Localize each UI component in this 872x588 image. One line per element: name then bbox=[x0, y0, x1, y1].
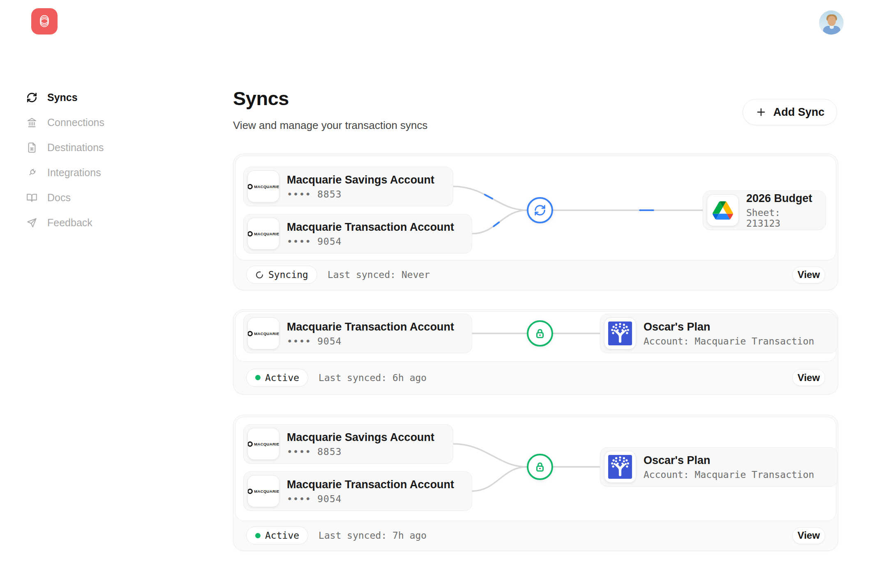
lock-icon bbox=[534, 461, 546, 473]
account-number-masked: •••• 9054 bbox=[287, 236, 454, 247]
sidebar-item-docs[interactable]: Docs bbox=[26, 190, 104, 205]
destination-name: Oscar's Plan bbox=[644, 320, 814, 334]
active-dot-icon bbox=[255, 533, 261, 538]
lock-node[interactable] bbox=[527, 454, 553, 480]
sidebar-item-destinations[interactable]: Destinations bbox=[26, 140, 104, 155]
last-synced-text: Last synced: 7h ago bbox=[318, 530, 427, 541]
plug-icon bbox=[26, 167, 37, 178]
account-number-masked: •••• 9054 bbox=[287, 494, 454, 504]
account-name: Macquarie Transaction Account bbox=[287, 320, 454, 334]
sync-card: MACQUARIE Macquarie Savings Account ••••… bbox=[233, 154, 838, 290]
app-logo[interactable] bbox=[31, 8, 58, 34]
macquarie-wordmark: MACQUARIE bbox=[254, 331, 279, 336]
avatar-collar bbox=[830, 26, 834, 29]
macquarie-logo-icon: MACQUARIE bbox=[247, 218, 279, 250]
card-footer: Active Last synced: 7h ago View bbox=[233, 520, 838, 551]
plus-icon bbox=[755, 106, 767, 118]
destination-detail: Sheet: 213123 bbox=[746, 207, 815, 229]
sidebar-item-label: Destinations bbox=[47, 142, 104, 154]
google-drive-icon bbox=[707, 194, 739, 226]
account-name: Macquarie Transaction Account bbox=[287, 478, 454, 492]
status-badge: Active bbox=[246, 369, 308, 387]
page-subtitle: View and manage your transaction syncs bbox=[233, 119, 428, 132]
view-button[interactable]: View bbox=[792, 266, 825, 283]
sync-node[interactable] bbox=[527, 197, 553, 223]
active-dot-icon bbox=[255, 375, 261, 380]
source-account-box[interactable]: MACQUARIE Macquarie Savings Account ••••… bbox=[243, 167, 453, 206]
destination-name: Oscar's Plan bbox=[644, 454, 814, 468]
sidebar-item-syncs[interactable]: Syncs bbox=[26, 90, 104, 105]
page-title: Syncs bbox=[233, 87, 289, 110]
destination-box[interactable]: Oscar's Plan Account: Macquarie Transact… bbox=[600, 447, 837, 487]
sidebar: Syncs Connections Destinations Integrati… bbox=[26, 90, 104, 230]
spinner-icon bbox=[255, 271, 264, 279]
macquarie-ring-icon bbox=[247, 184, 253, 189]
card-footer: Active Last synced: 6h ago View bbox=[233, 361, 838, 394]
macquarie-wordmark: MACQUARIE bbox=[254, 184, 279, 189]
sync-icon bbox=[26, 92, 37, 103]
ynab-tree-glyph bbox=[608, 321, 632, 346]
paper-plane-icon bbox=[26, 217, 37, 228]
destination-detail: Account: Macquarie Transaction bbox=[644, 469, 814, 480]
status-label: Active bbox=[265, 372, 299, 383]
last-synced-text: Last synced: Never bbox=[328, 269, 430, 280]
account-number-masked: •••• 8853 bbox=[287, 189, 434, 200]
source-account-box[interactable]: MACQUARIE Macquarie Transaction Account … bbox=[243, 471, 472, 511]
sidebar-item-feedback[interactable]: Feedback bbox=[26, 215, 104, 230]
card-footer: Syncing Last synced: Never View bbox=[233, 260, 838, 290]
account-name: Macquarie Savings Account bbox=[287, 431, 434, 445]
last-synced-text: Last synced: 6h ago bbox=[318, 372, 427, 383]
macquarie-ring-icon bbox=[247, 331, 253, 336]
open-book-icon bbox=[26, 192, 37, 203]
account-name: Macquarie Savings Account bbox=[287, 173, 434, 187]
macquarie-wordmark: MACQUARIE bbox=[254, 442, 279, 446]
macquarie-logo-icon: MACQUARIE bbox=[247, 317, 279, 349]
source-account-box[interactable]: MACQUARIE Macquarie Savings Account ••••… bbox=[243, 424, 453, 464]
account-number-masked: •••• 9054 bbox=[287, 336, 454, 347]
rings-logo-icon bbox=[36, 13, 53, 30]
macquarie-ring-icon bbox=[247, 489, 253, 494]
macquarie-logo-icon: MACQUARIE bbox=[247, 428, 279, 460]
sync-card: MACQUARIE Macquarie Savings Account ••••… bbox=[233, 415, 838, 551]
sidebar-item-label: Integrations bbox=[47, 167, 101, 179]
lock-node[interactable] bbox=[527, 320, 553, 347]
macquarie-wordmark: MACQUARIE bbox=[254, 232, 279, 236]
sidebar-item-label: Syncs bbox=[47, 92, 78, 103]
bank-icon bbox=[26, 117, 37, 128]
macquarie-wordmark: MACQUARIE bbox=[254, 489, 279, 494]
sidebar-item-label: Feedback bbox=[47, 217, 92, 229]
source-account-box[interactable]: MACQUARIE Macquarie Transaction Account … bbox=[243, 314, 472, 353]
macquarie-ring-icon bbox=[247, 441, 253, 447]
destination-detail: Account: Macquarie Transaction bbox=[644, 336, 814, 347]
add-sync-label: Add Sync bbox=[773, 106, 825, 119]
ynab-tree-glyph bbox=[608, 455, 632, 479]
avatar-face bbox=[828, 16, 836, 26]
add-sync-button[interactable]: Add Sync bbox=[743, 99, 837, 125]
macquarie-logo-icon: MACQUARIE bbox=[247, 475, 279, 507]
destination-box[interactable]: Oscar's Plan Account: Macquarie Transact… bbox=[600, 314, 837, 353]
destination-box[interactable]: 2026 Budget Sheet: 213123 bbox=[703, 191, 826, 230]
status-badge: Syncing bbox=[246, 266, 317, 284]
view-button[interactable]: View bbox=[792, 527, 825, 544]
view-button[interactable]: View bbox=[792, 369, 825, 386]
status-badge: Active bbox=[246, 526, 308, 544]
sidebar-item-connections[interactable]: Connections bbox=[26, 115, 104, 130]
sidebar-item-integrations[interactable]: Integrations bbox=[26, 165, 104, 180]
status-label: Active bbox=[265, 530, 299, 541]
destination-name: 2026 Budget bbox=[746, 192, 815, 206]
macquarie-logo-icon: MACQUARIE bbox=[247, 170, 279, 202]
sync-card: MACQUARIE Macquarie Transaction Account … bbox=[233, 309, 838, 395]
account-name: Macquarie Transaction Account bbox=[287, 220, 454, 234]
spreadsheet-file-icon bbox=[26, 142, 37, 153]
sidebar-item-label: Connections bbox=[47, 117, 104, 129]
google-drive-glyph bbox=[713, 201, 733, 220]
ynab-icon bbox=[604, 317, 636, 349]
syncs-page: Syncs Connections Destinations Integrati… bbox=[0, 0, 872, 588]
account-number-masked: •••• 8853 bbox=[287, 446, 434, 457]
lock-icon bbox=[534, 327, 546, 340]
status-label: Syncing bbox=[268, 269, 308, 280]
user-avatar[interactable] bbox=[819, 10, 844, 35]
macquarie-ring-icon bbox=[247, 231, 253, 237]
sidebar-item-label: Docs bbox=[47, 192, 71, 204]
source-account-box[interactable]: MACQUARIE Macquarie Transaction Account … bbox=[243, 214, 472, 253]
